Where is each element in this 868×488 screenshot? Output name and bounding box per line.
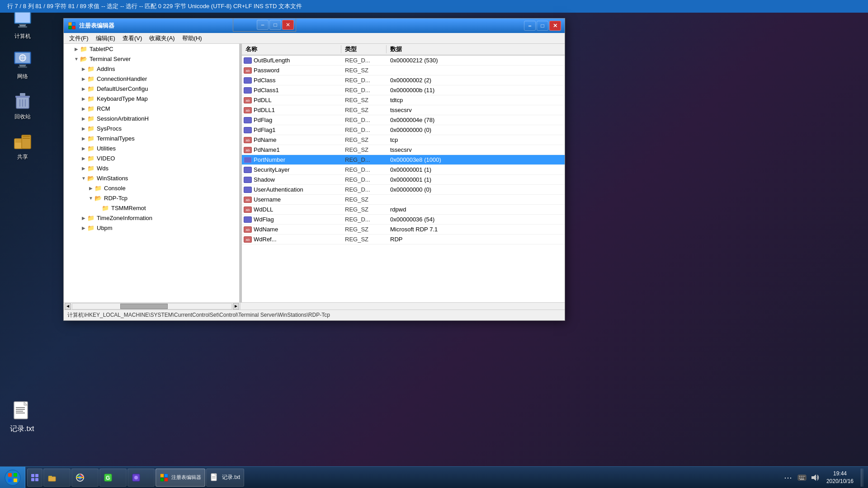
reg-row-pddll1[interactable]: ab PdDLL1 REG_SZ tssecsrv	[242, 105, 565, 115]
menu-file[interactable]: 文件(F)	[66, 33, 92, 43]
taskbar-greenapp[interactable]: G	[99, 469, 127, 487]
desktop-icon-network[interactable]: 网络	[5, 49, 41, 80]
desktop-icons: 计算机 网络	[0, 0, 45, 170]
hscroll-thumb[interactable]	[120, 304, 168, 309]
start-button[interactable]	[0, 467, 25, 488]
tray-expand-btn[interactable]: ⋯	[782, 473, 794, 483]
tree-item-ubpm[interactable]: ▶ 📁 Ubpm	[64, 223, 232, 233]
tree-item-winstations[interactable]: ▼ 📂 WinStations	[64, 173, 232, 183]
desktop-icon-share[interactable]: 共享	[5, 130, 41, 161]
reg-row-pddll[interactable]: ab PdDLL REG_SZ tdtcp	[242, 95, 565, 105]
tree-item-tsmmremot[interactable]: ▶ 📁 TSMMRemot	[64, 203, 232, 213]
expand-rcm[interactable]: ▶	[80, 105, 87, 112]
extra-minimize-btn[interactable]: –	[257, 20, 269, 30]
svg-rect-66	[802, 478, 804, 479]
tree-label-sessionarbitration: SessionArbitrationH	[97, 115, 149, 122]
tree-item-utilities[interactable]: ▶ 📁 Utilities	[64, 143, 232, 153]
desktop-icon-recycle[interactable]: 回收站	[5, 89, 41, 121]
reg-row-pdflag[interactable]: PdFlag REG_D... 0x0000004e (78)	[242, 115, 565, 125]
expand-console[interactable]: ▶	[87, 184, 94, 192]
expand-keyboardtypemap[interactable]: ▶	[80, 95, 87, 102]
extra-close-btn[interactable]: ✕	[282, 20, 294, 30]
tree-item-addins[interactable]: ▶ 📁 AddIns	[64, 64, 232, 74]
tree-item-wds[interactable]: ▶ 📁 Wds	[64, 163, 232, 173]
expand-sessionarbitration[interactable]: ▶	[80, 115, 87, 122]
minimize-button[interactable]: –	[524, 21, 536, 31]
extra-maximize-btn[interactable]: □	[269, 20, 281, 30]
keyboard-icon[interactable]	[797, 473, 807, 482]
tree-hscroll[interactable]: ◀ ▶	[64, 303, 240, 310]
reg-row-wdref[interactable]: ab WdRef... REG_SZ RDP	[242, 235, 565, 244]
reg-row-outbuflength[interactable]: OutBufLength REG_D... 0x00000212 (530)	[242, 56, 565, 66]
tree-item-video[interactable]: ▶ 📁 VIDEO	[64, 153, 232, 163]
tree-panel[interactable]: ▶ 📁 TabletPC ▼ 📂 Terminal Server ▶ 📁 Add…	[64, 44, 240, 302]
expand-ubpm[interactable]: ▶	[80, 224, 87, 231]
values-panel[interactable]: 名称 类型 数据 OutBufLength REG_D... 0x0000021…	[242, 44, 565, 302]
reg-row-pdname[interactable]: ab PdName REG_SZ tcp	[242, 135, 565, 145]
tree-item-connectionhandler[interactable]: ▶ 📁 ConnectionHandler	[64, 74, 232, 84]
reg-row-pdflag1[interactable]: PdFlag1 REG_D... 0x00000000 (0)	[242, 125, 565, 135]
taskbar-fileexplorer[interactable]	[43, 469, 71, 487]
tree-item-sysprocs[interactable]: ▶ 📁 SysProcs	[64, 123, 232, 133]
tree-item-rcm[interactable]: ▶ 📁 RCM	[64, 103, 232, 113]
tree-item-keyboardtypemap[interactable]: ▶ 📁 KeyboardType Map	[64, 94, 232, 103]
menu-view[interactable]: 查看(V)	[119, 33, 146, 43]
taskbar-regedit[interactable]: 注册表编辑器	[156, 469, 205, 487]
reg-row-wddll[interactable]: ab WdDLL REG_SZ rdpwd	[242, 205, 565, 215]
menu-favorites[interactable]: 收藏夹(A)	[146, 33, 178, 43]
tree-item-sessionarbitration[interactable]: ▶ 📁 SessionArbitrationH	[64, 113, 232, 123]
tree-item-terminalserver[interactable]: ▼ 📂 Terminal Server	[64, 54, 232, 64]
menu-bar: 文件(F) 编辑(E) 查看(V) 收藏夹(A) 帮助(H)	[64, 33, 565, 44]
tree-item-tabletpc[interactable]: ▶ 📁 TabletPC	[64, 44, 232, 54]
expand-terminaltypes[interactable]: ▶	[80, 135, 87, 142]
hscroll-track[interactable]	[72, 303, 232, 310]
taskbar-chrome[interactable]	[71, 469, 99, 487]
reg-row-username[interactable]: ab Username REG_SZ	[242, 195, 565, 205]
taskbar-show-desktop[interactable]	[27, 469, 42, 487]
expand-terminalserver[interactable]: ▼	[73, 55, 80, 62]
expand-tabletpc[interactable]: ▶	[73, 45, 80, 52]
show-desktop-strip[interactable]	[861, 469, 863, 487]
desktop-icon-txt[interactable]: 记录.txt	[10, 401, 34, 434]
expand-winstations[interactable]: ▼	[80, 174, 87, 182]
tree-item-terminaltypes[interactable]: ▶ 📁 TerminalTypes	[64, 133, 232, 143]
taskbar-clock[interactable]: 19:44 2020/10/16	[823, 470, 857, 485]
tree-item-rdptcp[interactable]: ▼ 📂 RDP-Tcp	[64, 193, 232, 203]
tree-item-console[interactable]: ▶ 📁 Console	[64, 183, 232, 193]
tree-item-timezoneinformation[interactable]: ▶ 📁 TimeZoneInformation	[64, 213, 232, 223]
reg-row-pdclass1[interactable]: PdClass1 REG_D... 0x0000000b (11)	[242, 85, 565, 95]
hscroll-right-btn[interactable]: ▶	[233, 303, 239, 310]
expand-addins[interactable]: ▶	[80, 65, 87, 72]
title-bar: 注册表编辑器 – □ ✕	[64, 19, 565, 33]
expand-defaultuserconfig[interactable]: ▶	[80, 85, 87, 92]
reg-row-wdflag[interactable]: WdFlag REG_D... 0x00000036 (54)	[242, 215, 565, 225]
reg-row-password[interactable]: ab Password REG_SZ	[242, 66, 565, 75]
reg-row-portnumber[interactable]: PortNumber REG_D... 0x000003e8 (1000)	[242, 155, 565, 165]
taskbar-blueapp[interactable]	[127, 469, 155, 487]
expand-connectionhandler[interactable]: ▶	[80, 75, 87, 82]
expand-sysprocs[interactable]: ▶	[80, 125, 87, 132]
tree-item-defaultuserconfig[interactable]: ▶ 📁 DefaultUserConfigu	[64, 84, 232, 94]
reg-row-wdname[interactable]: ab WdName REG_SZ Microsoft RDP 7.1	[242, 225, 565, 235]
reg-row-pdname1[interactable]: ab PdName1 REG_SZ tssecsrv	[242, 145, 565, 155]
expand-rdptcp[interactable]: ▼	[87, 194, 94, 202]
svg-rect-42	[35, 478, 38, 481]
reg-row-shadow[interactable]: Shadow REG_D... 0x00000001 (1)	[242, 175, 565, 185]
svg-rect-28	[16, 411, 23, 412]
expand-utilities[interactable]: ▶	[80, 145, 87, 152]
expand-video[interactable]: ▶	[80, 155, 87, 162]
tree-label-terminalserver: Terminal Server	[90, 56, 131, 62]
hscroll-left-btn[interactable]: ◀	[65, 303, 71, 310]
reg-row-userauthentication[interactable]: UserAuthentication REG_D... 0x00000000 (…	[242, 185, 565, 195]
volume-icon[interactable]	[810, 473, 819, 482]
reg-row-securitylayer[interactable]: SecurityLayer REG_D... 0x00000001 (1)	[242, 165, 565, 175]
expand-wds[interactable]: ▶	[80, 164, 87, 172]
maximize-button[interactable]: □	[537, 21, 548, 31]
taskbar-txtfile[interactable]: 记录.txt	[206, 469, 244, 487]
reg-row-pdclass[interactable]: PdClass REG_D... 0x00000002 (2)	[242, 75, 565, 85]
close-button[interactable]: ✕	[549, 21, 561, 31]
menu-edit[interactable]: 编辑(E)	[92, 33, 119, 43]
menu-help[interactable]: 帮助(H)	[179, 33, 206, 43]
desktop-icon-computer[interactable]: 计算机	[5, 9, 41, 40]
expand-timezoneinformation[interactable]: ▶	[80, 214, 87, 221]
